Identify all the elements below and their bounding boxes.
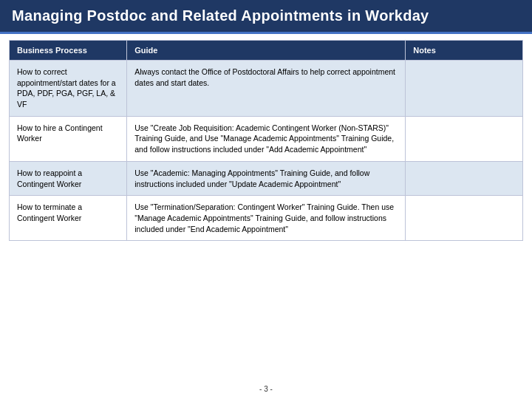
table-row: How to correct appointment/start dates f… — [10, 61, 523, 117]
cell-notes — [406, 116, 523, 161]
page-number: - 3 - — [259, 385, 273, 393]
page-title: Managing Postdoc and Related Appointment… — [12, 7, 429, 24]
table-row: How to reappoint a Contingent WorkerUse … — [10, 161, 523, 195]
col-header-notes: Notes — [406, 41, 523, 61]
main-table: Business Process Guide Notes How to corr… — [9, 40, 523, 241]
cell-process: How to reappoint a Contingent Worker — [10, 161, 127, 195]
page-header: Managing Postdoc and Related Appointment… — [0, 0, 532, 32]
cell-process: How to terminate a Contingent Worker — [10, 196, 127, 241]
page-footer: - 3 - — [0, 379, 532, 399]
cell-process: How to correct appointment/start dates f… — [10, 61, 127, 117]
table-header-row: Business Process Guide Notes — [10, 41, 523, 61]
table-container: Business Process Guide Notes How to corr… — [0, 34, 532, 379]
col-header-process: Business Process — [10, 41, 127, 61]
table-row: How to terminate a Contingent WorkerUse … — [10, 196, 523, 241]
col-header-guide: Guide — [127, 41, 406, 61]
page-container: Managing Postdoc and Related Appointment… — [0, 0, 532, 399]
cell-guide: Use "Create Job Requisition: Academic Co… — [127, 116, 406, 161]
cell-process: How to hire a Contingent Worker — [10, 116, 127, 161]
table-body: How to correct appointment/start dates f… — [10, 61, 523, 241]
cell-guide: Use "Academic: Managing Appointments" Tr… — [127, 161, 406, 195]
cell-guide: Use "Termination/Separation: Contingent … — [127, 196, 406, 241]
cell-notes — [406, 61, 523, 117]
cell-notes — [406, 196, 523, 241]
table-row: How to hire a Contingent WorkerUse "Crea… — [10, 116, 523, 161]
cell-notes — [406, 161, 523, 195]
cell-guide: Always contact the Office of Postdoctora… — [127, 61, 406, 117]
